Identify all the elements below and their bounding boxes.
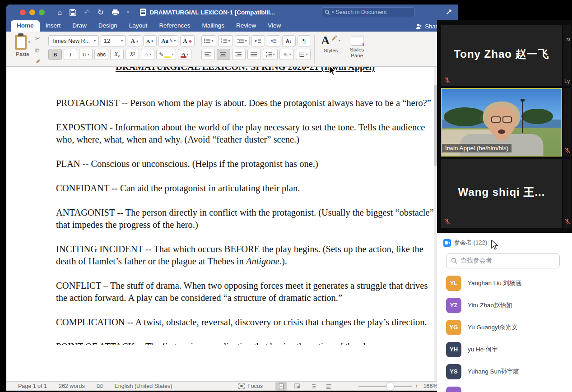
- text-effects-button[interactable]: A▾: [141, 49, 154, 60]
- align-right-button[interactable]: [232, 49, 246, 60]
- cut-icon[interactable]: ✂: [35, 35, 42, 43]
- align-left-button[interactable]: [201, 49, 215, 60]
- styles-button[interactable]: A ▾ Styles: [318, 34, 344, 65]
- undo-icon[interactable]: ↶: [84, 9, 90, 16]
- tab-draw[interactable]: Draw: [66, 20, 93, 32]
- participant-search-input[interactable]: 查找参会者: [446, 253, 560, 268]
- underline-button[interactable]: U▾: [79, 49, 93, 60]
- close-button[interactable]: [20, 9, 26, 15]
- zoom-slider[interactable]: [358, 386, 412, 387]
- font-name-combo[interactable]: Times New R...▾: [48, 35, 99, 46]
- word-count[interactable]: 262 words: [59, 383, 85, 389]
- strikethrough-button[interactable]: abc: [94, 49, 108, 60]
- borders-button[interactable]: ▾: [296, 49, 311, 60]
- subscript-button[interactable]: X₂: [110, 49, 124, 60]
- font-color-button[interactable]: A▾: [178, 49, 191, 60]
- italic-button[interactable]: I: [64, 49, 77, 60]
- redo-icon[interactable]: ↻: [98, 9, 104, 16]
- video-tile-partial[interactable]: [563, 159, 571, 228]
- participant-row[interactable]: YHyu He-何宇: [437, 338, 572, 360]
- font-size-combo[interactable]: 12▾: [101, 35, 126, 46]
- shading-button[interactable]: ▾: [279, 49, 294, 60]
- line-spacing-button[interactable]: ▾: [263, 49, 278, 60]
- tab-references[interactable]: References: [153, 20, 196, 32]
- print-icon[interactable]: [112, 9, 119, 16]
- search-placeholder: Search in Document: [336, 9, 387, 15]
- bullets-button[interactable]: ▾: [201, 35, 216, 46]
- video-tile-tony-zhao[interactable]: Tony Zhao 赵一飞: [441, 25, 562, 86]
- participant-row[interactable]: YLYanghan Liu 刘杨涵: [437, 272, 572, 294]
- show-paragraph-marks-button[interactable]: ¶: [298, 35, 311, 46]
- participant-name: Yuhang Sun孙宇航: [468, 368, 519, 376]
- paste-button[interactable]: ▾: [15, 34, 30, 50]
- search-icon: [451, 258, 457, 264]
- home-icon[interactable]: ⌂: [57, 9, 62, 16]
- zoom-slider-thumb[interactable]: [386, 383, 394, 390]
- participant-name: Yu Guangyi余光义: [468, 323, 517, 332]
- copy-icon[interactable]: ⧉: [35, 46, 42, 55]
- zoom-out-button[interactable]: −: [352, 383, 355, 389]
- doc-clipped-heading: DRAMATURGICAL LEXICON: SPRING 2020-21 (I…: [56, 67, 434, 73]
- scrollbar-thumb[interactable]: [434, 85, 437, 166]
- tab-review[interactable]: Review: [230, 20, 262, 32]
- document-content[interactable]: DRAMATURGICAL LEXICON: SPRING 2020-21 (I…: [6, 67, 458, 345]
- participant-avatar: YZ: [446, 298, 461, 313]
- tab-design[interactable]: Design: [93, 20, 123, 32]
- language-indicator[interactable]: English (United States): [114, 383, 172, 389]
- bold-button[interactable]: B: [48, 49, 62, 60]
- video-tile-partial[interactable]: [563, 88, 571, 157]
- participant-row[interactable]: YSYuhang Sun孙宇航: [437, 360, 572, 383]
- minimize-button[interactable]: [29, 9, 35, 15]
- fullscreen-button[interactable]: [39, 9, 45, 15]
- outline-view-button[interactable]: [307, 382, 319, 391]
- search-scope-caret[interactable]: ▾: [332, 10, 334, 14]
- sort-button[interactable]: A↓: [282, 35, 296, 46]
- highlight-button[interactable]: ✎▾: [156, 49, 176, 60]
- search-in-document[interactable]: ▾ Search in Document: [321, 7, 415, 17]
- document-scrollbar[interactable]: [434, 67, 437, 381]
- tab-insert[interactable]: Insert: [40, 20, 67, 32]
- grow-font-button[interactable]: A: [128, 35, 141, 46]
- proofing-icon[interactable]: ⌧: [97, 383, 103, 389]
- increase-indent-button[interactable]: [267, 35, 280, 46]
- save-icon[interactable]: [70, 9, 76, 16]
- focus-label[interactable]: Focus: [247, 383, 263, 389]
- align-center-button[interactable]: [217, 49, 230, 60]
- video-tile-partial[interactable]: 73 Ly: [563, 25, 571, 86]
- paste-caret[interactable]: ▾: [28, 40, 30, 44]
- participant-row[interactable]: YGYu Guangyi余光义: [437, 316, 572, 338]
- zoom-percent[interactable]: 166%: [423, 383, 438, 389]
- change-case-button[interactable]: Aa✎▾: [158, 35, 178, 46]
- screen: { "window": { "title": "DRAMATURGIAL LEX…: [0, 0, 572, 392]
- participant-name: yu He-何宇: [468, 346, 498, 354]
- draft-view-button[interactable]: [323, 382, 335, 391]
- page-indicator[interactable]: Page 1 of 1: [18, 383, 47, 389]
- numbering-button[interactable]: 123 ▾: [218, 35, 233, 46]
- share-person-icon: [416, 23, 423, 29]
- superscript-button[interactable]: X²: [126, 49, 139, 60]
- video-tile-irwin-appel[interactable]: Irwin Appel (he/him/his): [441, 88, 562, 157]
- format-painter-icon[interactable]: [35, 58, 42, 64]
- document-canvas[interactable]: DRAMATURGICAL LEXICON: SPRING 2020-21 (I…: [6, 67, 458, 381]
- shrink-font-button[interactable]: A: [143, 35, 157, 46]
- justify-button[interactable]: [247, 49, 261, 60]
- tab-layout[interactable]: Layout: [123, 20, 153, 32]
- screen-share-arrow-icon[interactable]: [443, 6, 455, 18]
- muted-mic-icon: [564, 218, 571, 225]
- web-layout-view-button[interactable]: [291, 382, 303, 391]
- participant-row[interactable]: YZYiru Zhao赵怡如: [437, 294, 572, 316]
- tab-mailings[interactable]: Mailings: [196, 20, 230, 32]
- word-window: ⌂ ↶ ↻ ▾ DRAMATURGIAL LEXICON-1 [Compatib…: [6, 5, 458, 391]
- tab-home[interactable]: Home: [11, 20, 40, 32]
- tab-view[interactable]: View: [262, 20, 287, 32]
- clear-formatting-button[interactable]: A: [180, 35, 194, 46]
- print-layout-view-button[interactable]: [275, 382, 287, 391]
- font-name-value: Times New R...: [51, 38, 90, 44]
- paste-label: Paste: [16, 51, 29, 57]
- decrease-indent-button[interactable]: [251, 35, 265, 46]
- multilevel-list-button[interactable]: ▾: [235, 35, 250, 46]
- video-tile-wang-shiqi[interactable]: Wang shiqi 王...: [441, 159, 562, 228]
- customize-toolbar-caret[interactable]: ▾: [127, 10, 129, 14]
- styles-pane-button[interactable]: Styles Pane: [344, 34, 370, 65]
- zoom-in-button[interactable]: +: [415, 383, 418, 389]
